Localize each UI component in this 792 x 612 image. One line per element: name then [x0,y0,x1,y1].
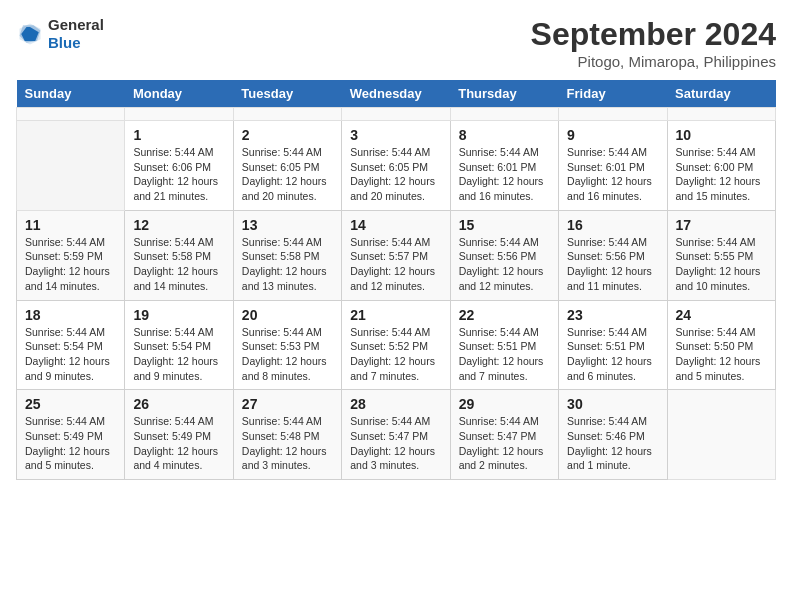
weekday-header-wednesday: Wednesday [342,80,450,108]
day-number: 12 [133,217,224,233]
day-detail: Sunrise: 5:44 AMSunset: 6:05 PMDaylight:… [242,145,333,204]
day-detail: Sunrise: 5:44 AMSunset: 5:54 PMDaylight:… [133,325,224,384]
logo-text: General Blue [48,16,104,52]
day-number: 1 [133,127,224,143]
logo: General Blue [16,16,104,52]
calendar-row: 25 Sunrise: 5:44 AMSunset: 5:49 PMDaylig… [17,390,776,480]
calendar-cell: 29 Sunrise: 5:44 AMSunset: 5:47 PMDaylig… [450,390,558,480]
calendar-cell: 19 Sunrise: 5:44 AMSunset: 5:54 PMDaylig… [125,300,233,390]
calendar-cell: 18 Sunrise: 5:44 AMSunset: 5:54 PMDaylig… [17,300,125,390]
day-detail: Sunrise: 5:44 AMSunset: 6:01 PMDaylight:… [567,145,658,204]
page-title: September 2024 [531,16,776,53]
calendar-cell: 28 Sunrise: 5:44 AMSunset: 5:47 PMDaylig… [342,390,450,480]
calendar-cell [17,108,125,121]
calendar-cell: 20 Sunrise: 5:44 AMSunset: 5:53 PMDaylig… [233,300,341,390]
day-number: 29 [459,396,550,412]
day-number: 27 [242,396,333,412]
calendar-cell [233,108,341,121]
weekday-header-tuesday: Tuesday [233,80,341,108]
title-block: September 2024 Pitogo, Mimaropa, Philipp… [531,16,776,70]
weekday-header-friday: Friday [559,80,667,108]
calendar-cell [450,108,558,121]
day-detail: Sunrise: 5:44 AMSunset: 5:49 PMDaylight:… [133,414,224,473]
day-detail: Sunrise: 5:44 AMSunset: 5:54 PMDaylight:… [25,325,116,384]
day-detail: Sunrise: 5:44 AMSunset: 5:58 PMDaylight:… [242,235,333,294]
day-detail: Sunrise: 5:44 AMSunset: 5:51 PMDaylight:… [567,325,658,384]
day-detail: Sunrise: 5:44 AMSunset: 6:06 PMDaylight:… [133,145,224,204]
day-detail: Sunrise: 5:44 AMSunset: 5:47 PMDaylight:… [350,414,441,473]
calendar-cell: 30 Sunrise: 5:44 AMSunset: 5:46 PMDaylig… [559,390,667,480]
weekday-header-thursday: Thursday [450,80,558,108]
day-number: 24 [676,307,767,323]
day-detail: Sunrise: 5:44 AMSunset: 5:47 PMDaylight:… [459,414,550,473]
weekday-header-saturday: Saturday [667,80,775,108]
day-detail: Sunrise: 5:44 AMSunset: 6:05 PMDaylight:… [350,145,441,204]
day-number: 3 [350,127,441,143]
day-detail: Sunrise: 5:44 AMSunset: 5:59 PMDaylight:… [25,235,116,294]
calendar-row [17,108,776,121]
day-number: 15 [459,217,550,233]
day-number: 16 [567,217,658,233]
day-detail: Sunrise: 5:44 AMSunset: 5:57 PMDaylight:… [350,235,441,294]
calendar-row: 11 Sunrise: 5:44 AMSunset: 5:59 PMDaylig… [17,210,776,300]
calendar-cell: 3 Sunrise: 5:44 AMSunset: 6:05 PMDayligh… [342,121,450,211]
day-detail: Sunrise: 5:44 AMSunset: 5:50 PMDaylight:… [676,325,767,384]
day-detail: Sunrise: 5:44 AMSunset: 5:52 PMDaylight:… [350,325,441,384]
calendar-cell: 16 Sunrise: 5:44 AMSunset: 5:56 PMDaylig… [559,210,667,300]
day-number: 9 [567,127,658,143]
day-number: 30 [567,396,658,412]
day-number: 26 [133,396,224,412]
calendar-row: 18 Sunrise: 5:44 AMSunset: 5:54 PMDaylig… [17,300,776,390]
day-detail: Sunrise: 5:44 AMSunset: 5:46 PMDaylight:… [567,414,658,473]
calendar-cell: 14 Sunrise: 5:44 AMSunset: 5:57 PMDaylig… [342,210,450,300]
calendar-cell: 23 Sunrise: 5:44 AMSunset: 5:51 PMDaylig… [559,300,667,390]
calendar-cell: 22 Sunrise: 5:44 AMSunset: 5:51 PMDaylig… [450,300,558,390]
calendar-cell: 17 Sunrise: 5:44 AMSunset: 5:55 PMDaylig… [667,210,775,300]
calendar-cell: 25 Sunrise: 5:44 AMSunset: 5:49 PMDaylig… [17,390,125,480]
calendar-row: 1 Sunrise: 5:44 AMSunset: 6:06 PMDayligh… [17,121,776,211]
day-number: 18 [25,307,116,323]
calendar-cell: 13 Sunrise: 5:44 AMSunset: 5:58 PMDaylig… [233,210,341,300]
calendar-cell: 1 Sunrise: 5:44 AMSunset: 6:06 PMDayligh… [125,121,233,211]
day-detail: Sunrise: 5:44 AMSunset: 6:01 PMDaylight:… [459,145,550,204]
day-number: 2 [242,127,333,143]
day-number: 28 [350,396,441,412]
calendar-cell: 9 Sunrise: 5:44 AMSunset: 6:01 PMDayligh… [559,121,667,211]
calendar-cell [667,108,775,121]
calendar-cell: 21 Sunrise: 5:44 AMSunset: 5:52 PMDaylig… [342,300,450,390]
day-number: 22 [459,307,550,323]
day-detail: Sunrise: 5:44 AMSunset: 5:55 PMDaylight:… [676,235,767,294]
day-detail: Sunrise: 5:44 AMSunset: 5:58 PMDaylight:… [133,235,224,294]
calendar-cell: 27 Sunrise: 5:44 AMSunset: 5:48 PMDaylig… [233,390,341,480]
calendar-body: 1 Sunrise: 5:44 AMSunset: 6:06 PMDayligh… [17,108,776,480]
calendar-cell: 8 Sunrise: 5:44 AMSunset: 6:01 PMDayligh… [450,121,558,211]
calendar-cell [17,121,125,211]
day-detail: Sunrise: 5:44 AMSunset: 5:51 PMDaylight:… [459,325,550,384]
calendar-cell: 10 Sunrise: 5:44 AMSunset: 6:00 PMDaylig… [667,121,775,211]
day-detail: Sunrise: 5:44 AMSunset: 5:56 PMDaylight:… [459,235,550,294]
day-detail: Sunrise: 5:44 AMSunset: 5:49 PMDaylight:… [25,414,116,473]
day-number: 13 [242,217,333,233]
day-detail: Sunrise: 5:44 AMSunset: 5:48 PMDaylight:… [242,414,333,473]
day-number: 17 [676,217,767,233]
calendar-cell: 26 Sunrise: 5:44 AMSunset: 5:49 PMDaylig… [125,390,233,480]
weekday-header-sunday: Sunday [17,80,125,108]
calendar-cell: 24 Sunrise: 5:44 AMSunset: 5:50 PMDaylig… [667,300,775,390]
day-detail: Sunrise: 5:44 AMSunset: 5:53 PMDaylight:… [242,325,333,384]
day-number: 8 [459,127,550,143]
day-number: 21 [350,307,441,323]
day-detail: Sunrise: 5:44 AMSunset: 5:56 PMDaylight:… [567,235,658,294]
calendar-cell [559,108,667,121]
page-subtitle: Pitogo, Mimaropa, Philippines [531,53,776,70]
calendar-cell: 2 Sunrise: 5:44 AMSunset: 6:05 PMDayligh… [233,121,341,211]
calendar-cell: 11 Sunrise: 5:44 AMSunset: 5:59 PMDaylig… [17,210,125,300]
day-number: 20 [242,307,333,323]
calendar-header-row: SundayMondayTuesdayWednesdayThursdayFrid… [17,80,776,108]
day-detail: Sunrise: 5:44 AMSunset: 6:00 PMDaylight:… [676,145,767,204]
day-number: 23 [567,307,658,323]
calendar-cell [342,108,450,121]
day-number: 19 [133,307,224,323]
logo-icon [16,20,44,48]
calendar-table: SundayMondayTuesdayWednesdayThursdayFrid… [16,80,776,480]
day-number: 25 [25,396,116,412]
